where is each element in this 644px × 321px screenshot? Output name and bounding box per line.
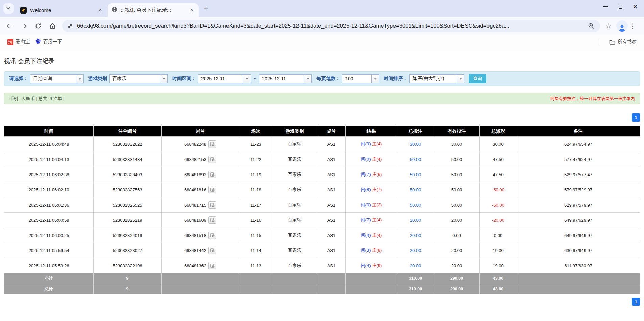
bookmark-taobao[interactable]: 淘 爱淘宝 [5,37,32,47]
close-window-button[interactable]: ✕ [633,4,638,9]
header-result: 结果 [346,126,397,137]
cell-bet-id: 523032825219 [94,213,162,228]
browser-tab-strip: Welcome × :::视讯 会员下注纪录::: × + ✕ [0,0,644,17]
cell-round: 668481816 [162,182,239,197]
cell-valid-bet: 0.00 [434,228,480,243]
url-bar[interactable]: 66cxkj98.com/game/betrecord_search/kind3… [62,20,600,32]
cell-payout: 19.00 [480,258,517,273]
zoom-level-icon[interactable] [586,21,596,31]
maximize-button[interactable] [618,4,623,9]
new-tab-button[interactable]: + [201,3,211,14]
cell-bet-id: 523032822196 [94,258,162,273]
cell-time: 2025-12-11 06:00:25 [4,228,94,243]
page-size-select[interactable]: 100 [342,74,379,83]
date-end-select[interactable]: 2025-12-11 [259,74,312,83]
video-replay-icon[interactable] [208,232,216,239]
baidu-paw-icon [35,38,41,45]
search-button[interactable]: 查询 [469,74,486,83]
result-banker: 庄(9) [372,172,382,177]
video-replay-icon[interactable] [208,171,216,178]
chevron-down-icon[interactable] [457,74,464,83]
bet-records-table: 时间 注单编号 局号 场次 游戏类别 桌号 结果 总投注 有效投注 总派彩 备注… [4,126,640,294]
home-button[interactable] [46,20,59,32]
header-total-bet: 总投注 [397,126,434,137]
site-settings-tune-icon[interactable] [65,21,75,31]
result-banker: 庄(7) [372,187,382,192]
url-text[interactable]: 66cxkj98.com/game/betrecord_search/kind3… [77,23,586,29]
page-title: 视讯 会员下注纪录 [4,57,640,65]
cell-table-no: AS1 [317,182,346,197]
back-arrow-icon [6,23,13,29]
tab-welcome[interactable]: Welcome × [16,3,108,17]
chevron-down-icon[interactable] [304,74,312,83]
video-replay-icon[interactable] [208,247,216,254]
query-type-select[interactable]: 日期查询 [30,74,84,83]
total-bet-link[interactable]: 50.00 [410,203,421,208]
tab-title: :::视讯 会员下注纪录::: [121,7,188,14]
bookmark-baidu[interactable]: 百度一下 [32,37,65,47]
minimize-button[interactable] [603,4,608,9]
total-bet-link[interactable]: 50.00 [410,157,421,162]
bookmarks-divider [600,38,600,45]
video-replay-icon[interactable] [208,262,216,269]
result-banker: 庄(4) [372,141,382,146]
date-start-select[interactable]: 2025-12-11 [198,74,251,83]
video-replay-icon[interactable] [208,216,216,224]
total-bet-link[interactable]: 20.00 [410,248,421,253]
header-note: 备注 [517,126,640,137]
page-1-button[interactable]: 1 [632,113,640,122]
video-replay-icon[interactable] [208,140,216,148]
total-bet-link[interactable]: 20.00 [410,233,421,238]
cell-bet-id: 523032823027 [94,243,162,258]
cell-game-type: 百家乐 [272,213,317,228]
game-type-select[interactable]: 百家乐 [109,74,168,83]
chevron-down-icon[interactable] [371,74,379,83]
total-bet-link[interactable]: 20.00 [410,218,421,223]
total-bet-link[interactable]: 50.00 [410,172,421,177]
cell-valid-bet: 50.00 [434,197,480,213]
cell-table-no: AS1 [317,228,346,243]
cell-round: 668481609 [162,213,239,228]
forward-button[interactable] [18,20,30,32]
video-replay-icon[interactable] [208,201,216,209]
tab-close-icon[interactable]: × [188,6,195,14]
chevron-down-icon[interactable] [160,74,168,83]
round-number: 668481442 [184,248,206,253]
chevron-down-icon[interactable] [76,74,84,83]
total-bet-link[interactable]: 20.00 [410,263,421,268]
disclaimer-text: 同局有效投注，统一计算在该局第一张注单内 [550,96,635,102]
page-1-button[interactable]: 1 [632,298,640,306]
reload-button[interactable] [32,20,45,32]
cell-round: 668481442 [162,243,239,258]
result-player: 闲(9) [361,141,371,146]
result-banker: 庄(2) [372,202,382,207]
browser-menu-icon[interactable]: ⋮ [629,22,639,30]
result-player: 闲(7) [361,217,371,222]
bookmark-star-icon[interactable]: ☆ [603,21,614,31]
cell-table-no: AS1 [317,213,346,228]
cell-note: 577.47/624.97 [517,152,640,167]
video-replay-icon[interactable] [208,156,216,163]
cell-valid-bet: 30.00 [434,137,480,152]
cell-result: 闲(0)庄(4) [346,152,397,167]
chevron-down-icon[interactable] [243,74,251,83]
result-banker: 庄(4) [372,157,382,162]
cell-game-type: 百家乐 [272,182,317,197]
cell-note: 649.97/649.97 [517,228,640,243]
back-button[interactable] [3,20,16,32]
tab-bet-records[interactable]: :::视讯 会员下注纪录::: × [108,3,199,17]
video-replay-icon[interactable] [208,186,216,193]
sort-select[interactable]: 降幂(由大到小) [409,74,464,83]
tab-close-icon[interactable]: × [97,6,104,14]
profile-avatar[interactable] [616,20,628,32]
total-bet-link[interactable]: 50.00 [410,187,421,192]
cell-time: 2025-12-11 06:04:48 [4,137,94,152]
cell-time: 2025-12-11 05:59:26 [4,258,94,273]
table-row: 2025-12-11 06:01:36 523032826525 6684817… [4,197,640,213]
total-bet-link[interactable]: 30.00 [410,142,421,147]
all-bookmarks-button[interactable]: 所有书签 [606,37,639,47]
cell-time: 2025-12-11 06:02:10 [4,182,94,197]
cell-result: 闲(0)庄(2) [346,197,397,213]
cell-round: 668481362 [162,258,239,273]
tab-search-chevron-icon[interactable] [3,3,14,14]
